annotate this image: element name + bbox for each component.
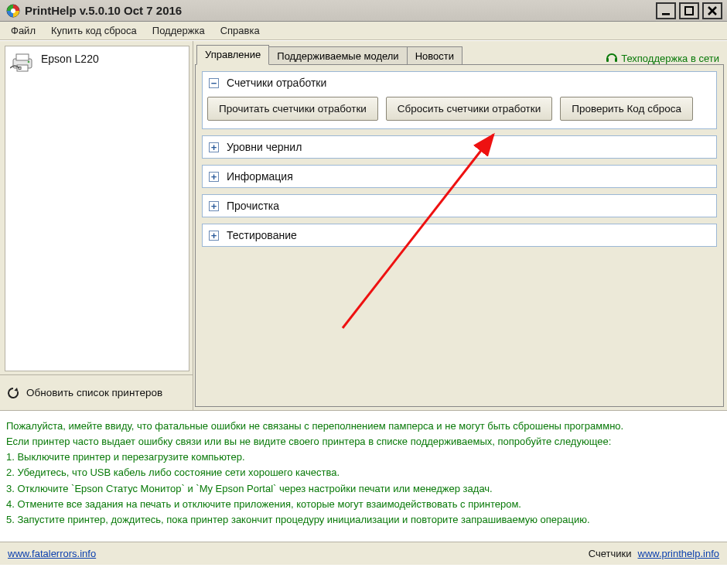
content-area: Управление Поддерживаемые модели Новости…: [193, 41, 727, 410]
menu-file[interactable]: Файл: [3, 22, 43, 39]
svg-point-1: [11, 9, 15, 13]
section-counters-title: Счетчики отработки: [227, 77, 326, 89]
check-code-button[interactable]: Проверить Код сброса: [560, 97, 693, 121]
section-clean-title: Прочистка: [227, 200, 279, 212]
menubar: Файл Купить код сброса Поддержка Справка: [0, 22, 727, 40]
svg-rect-10: [615, 58, 617, 62]
svg-point-7: [28, 61, 30, 63]
collapse-icon: [209, 78, 219, 88]
section-counters-header[interactable]: Счетчики отработки: [203, 72, 716, 94]
log-line: 3. Отключите `Epson Статус Монитор` и `M…: [6, 481, 721, 497]
menu-help[interactable]: Справка: [213, 22, 268, 39]
printer-icon: [10, 51, 36, 73]
section-test-header[interactable]: Тестирование: [203, 224, 716, 246]
log-line: Пожалуйста, имейте ввиду, что фатальные …: [6, 419, 721, 434]
menu-support[interactable]: Поддержка: [145, 22, 213, 39]
expand-icon: [209, 231, 219, 241]
log-line: Если принтер часто выдает ошибку связи и…: [6, 434, 721, 450]
log-panel: Пожалуйста, имейте ввиду, что фатальные …: [0, 410, 727, 542]
section-ink: Уровни чернил: [202, 135, 717, 159]
svg-rect-2: [662, 13, 670, 15]
section-test: Тестирование: [202, 224, 717, 247]
expand-icon: [209, 201, 219, 211]
refresh-icon: [6, 386, 20, 400]
refresh-printers-button[interactable]: Обновить список принтеров: [0, 374, 193, 410]
log-line: 2. Убедитесь, что USB кабель либо состоя…: [6, 465, 721, 480]
minimize-button[interactable]: [656, 2, 676, 19]
section-ink-header[interactable]: Уровни чернил: [203, 136, 716, 158]
section-counters-body: Прочитать счетчики отработки Сбросить сч…: [203, 94, 716, 128]
log-line: 5. Запустите принтер, дождитесь, пока пр…: [6, 512, 721, 528]
sidebar: Epson L220 Обновить список принтеров: [0, 41, 193, 410]
close-button[interactable]: [702, 2, 722, 19]
footer-counters-label: Счетчики: [589, 548, 632, 559]
read-counters-button[interactable]: Прочитать счетчики отработки: [207, 97, 378, 121]
tab-panel: Счетчики отработки Прочитать счетчики от…: [195, 64, 724, 407]
log-line: 4. Отмените все задания на печать и откл…: [6, 497, 721, 512]
section-counters: Счетчики отработки Прочитать счетчики от…: [202, 71, 717, 129]
status-bar: www.fatalerrors.info Счетчики www.printh…: [0, 542, 727, 565]
log-line: 1. Выключите принтер и перезагрузите ком…: [6, 450, 721, 465]
footer-link-printhelp[interactable]: www.printhelp.info: [638, 548, 720, 559]
footer-link-fatalerrors[interactable]: www.fatalerrors.info: [8, 548, 96, 559]
headset-icon: [606, 52, 618, 64]
printer-name: Epson L220: [41, 51, 99, 65]
refresh-label: Обновить список принтеров: [26, 387, 162, 398]
titlebar: PrintHelp v.5.0.10 Oct 7 2016: [0, 0, 727, 22]
tab-control[interactable]: Управление: [196, 45, 269, 65]
svg-rect-9: [606, 58, 609, 62]
section-info-title: Информация: [227, 170, 293, 183]
tab-news[interactable]: Новости: [407, 46, 462, 66]
window-buttons: [656, 2, 722, 19]
section-info: Информация: [202, 165, 717, 188]
tab-row: Управление Поддерживаемые модели Новости…: [195, 44, 724, 64]
section-clean-header[interactable]: Прочистка: [203, 195, 716, 217]
support-online-label: Техподдержка в сети: [621, 53, 719, 64]
expand-icon: [209, 172, 219, 182]
section-test-title: Тестирование: [227, 229, 297, 241]
expand-icon: [209, 142, 219, 152]
section-clean: Прочистка: [202, 194, 717, 217]
menu-buy-code[interactable]: Купить код сброса: [43, 22, 145, 39]
main-area: Epson L220 Обновить список принтеров Упр…: [0, 40, 727, 410]
maximize-button[interactable]: [679, 2, 699, 19]
app-icon: [6, 4, 20, 18]
tab-models[interactable]: Поддерживаемые модели: [268, 46, 407, 66]
reset-counters-button[interactable]: Сбросить счетчики отработки: [386, 97, 552, 121]
svg-rect-3: [685, 7, 693, 15]
support-online-link[interactable]: Техподдержка в сети: [606, 52, 724, 64]
printer-list[interactable]: Epson L220: [5, 46, 189, 371]
section-info-header[interactable]: Информация: [203, 166, 716, 187]
section-ink-title: Уровни чернил: [227, 141, 302, 153]
svg-rect-5: [16, 54, 29, 60]
window-title: PrintHelp v.5.0.10 Oct 7 2016: [25, 4, 656, 17]
